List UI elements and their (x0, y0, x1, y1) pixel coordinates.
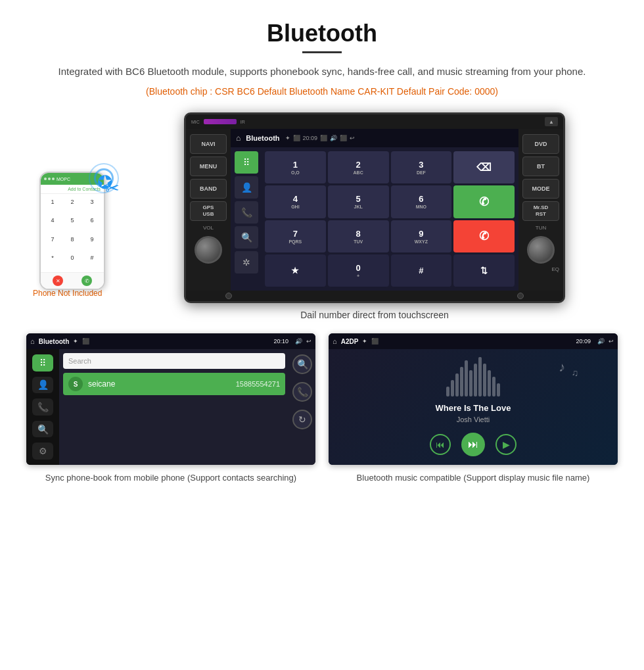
dial-icon-bluetooth[interactable]: ✲ (235, 251, 258, 274)
wave-bar-1 (446, 387, 449, 396)
phone-side: ✂ ✪ MOPC (26, 112, 131, 298)
dial-key-0[interactable]: 0+ (328, 254, 389, 287)
wave-bar-5 (465, 360, 468, 396)
screen-icon-5: ↩ (350, 135, 355, 141)
screen-home-icon[interactable]: ⌂ (236, 133, 241, 143)
phone-key-9[interactable]: 9 (83, 234, 101, 251)
dial-key-9[interactable]: 9WXYZ (391, 220, 452, 252)
tun-knob[interactable] (527, 236, 555, 264)
dial-key-4[interactable]: 4GHI (265, 185, 326, 218)
pb-sidebar-bt[interactable]: ⚙ (32, 443, 53, 460)
music-icon2: ⬛ (371, 338, 379, 345)
pb-search-bar[interactable]: Search (63, 353, 285, 369)
dial-key-2[interactable]: 2ABC (328, 151, 389, 183)
status-indicator (517, 293, 524, 299)
screen-time: 20:09 (303, 135, 318, 141)
pb-sidebar-search[interactable]: 🔍 (32, 421, 53, 438)
music-artist: Josh Vietti (457, 416, 490, 423)
dial-key-7[interactable]: 7PQRS (265, 220, 326, 252)
wave-bar-11 (492, 377, 495, 396)
cd-slot-bar (204, 119, 237, 124)
phone-call-btn[interactable]: ✆ (81, 275, 92, 286)
bt-button[interactable]: BT (522, 156, 559, 176)
pb-call-btn[interactable]: 📞 (292, 382, 312, 402)
dial-key-backspace[interactable]: ⌫ (453, 151, 515, 183)
page-container: Bluetooth Integrated with BC6 Bluetooth … (0, 0, 644, 505)
dial-key-1[interactable]: 1O,O (265, 151, 326, 183)
music-waveform (446, 357, 500, 396)
pb-bt-icon: ✦ (73, 338, 78, 345)
pb-body: ⠿ 👤 📞 🔍 ⚙ Search S seicane (26, 349, 315, 465)
music-home-icon[interactable]: ⌂ (333, 337, 337, 345)
phone-key-3[interactable]: 3 (83, 197, 101, 214)
eject-button[interactable]: ▲ (545, 117, 558, 126)
phone-end-call-btn[interactable]: ✕ (53, 275, 63, 286)
pb-search-btn[interactable]: 🔍 (292, 354, 312, 374)
dial-key-8[interactable]: 8TUV (328, 220, 389, 252)
screen-title: Bluetooth (246, 134, 279, 142)
phone-key-star[interactable]: * (43, 252, 62, 270)
dial-icon-recent[interactable]: 📞 (235, 201, 258, 224)
music-caption: Bluetooth music compatible (Support disp… (357, 471, 590, 485)
phone-key-5[interactable]: 5 (63, 215, 81, 232)
main-demo-section: ✂ ✪ MOPC (26, 112, 618, 320)
phone-key-0[interactable]: 0 (63, 252, 81, 270)
dial-key-call[interactable]: ✆ (453, 185, 515, 218)
dial-key-6[interactable]: 6MNO (391, 185, 452, 218)
phone-key-hash[interactable]: # (83, 252, 101, 270)
prev-track-btn[interactable]: ⏮ (430, 434, 451, 455)
screen-vol-icon: 🔊 (330, 135, 337, 141)
ir-label: IR (241, 120, 245, 124)
phone-key-4[interactable]: 4 (43, 215, 62, 232)
bottom-screenshots: ⌂ Bluetooth ✦ ⬛ 20:10 🔊 ↩ ⠿ 👤 📞 🔍 ⚙ (26, 333, 618, 485)
music-body: ♪ ♫ (329, 349, 618, 465)
band-button[interactable]: BAND (190, 179, 227, 199)
pb-sidebar-grid[interactable]: ⠿ (32, 354, 53, 371)
navi-button[interactable]: NAVI (190, 134, 227, 154)
dial-icon-search[interactable]: 🔍 (235, 226, 258, 249)
dial-key-5[interactable]: 5JKL (328, 185, 389, 218)
pb-sidebar-contacts[interactable]: 👤 (32, 377, 53, 394)
contact-phone: 15885554271 (236, 380, 280, 388)
wave-bar-12 (497, 383, 500, 396)
dial-key-star[interactable]: ★ (265, 254, 326, 287)
pb-sidebar-call[interactable]: 📞 (32, 398, 53, 416)
mrsd-rst-button[interactable]: Mr.SDRST (522, 201, 559, 221)
left-button-column: NAVI MENU BAND GPSUSB VOL (186, 129, 231, 291)
play-pause-btn[interactable]: ⏭ (461, 433, 485, 456)
vol-knob[interactable] (195, 236, 222, 264)
phone-key-7[interactable]: 7 (43, 234, 62, 251)
tun-label: TUN (536, 225, 546, 231)
music-back: ↩ (609, 338, 614, 345)
phone-key-2[interactable]: 2 (63, 197, 81, 214)
next-track-btn[interactable]: ▶ (495, 434, 517, 455)
music-screenshot-item: ⌂ A2DP ✦ ⬛ 20:09 🔊 ↩ ♪ ♫ (329, 333, 618, 485)
pb-home-icon[interactable]: ⌂ (30, 337, 35, 345)
title-underline (302, 51, 342, 53)
menu-button[interactable]: MENU (190, 156, 227, 176)
dial-icon-dialpad[interactable]: ⠿ (235, 151, 258, 174)
page-description: Integrated with BC6 Bluetooth module, su… (26, 64, 618, 80)
dial-key-3[interactable]: 3DEF (391, 151, 452, 183)
bt-status-icon: ✦ (285, 135, 290, 141)
dial-key-extra[interactable]: ⇅ (453, 254, 515, 287)
mic-label: MIC (191, 120, 200, 124)
phonebook-screenshot: ⌂ Bluetooth ✦ ⬛ 20:10 🔊 ↩ ⠿ 👤 📞 🔍 ⚙ (26, 333, 315, 465)
contact-name: seicane (88, 379, 115, 389)
screen-icon-2: ⬛ (293, 135, 300, 141)
dial-key-hangup[interactable]: ✆ (453, 220, 515, 252)
car-top-strip: MIC IR ▲ (186, 114, 563, 129)
mode-button[interactable]: MODE (522, 179, 559, 199)
pb-sidebar: ⠿ 👤 📞 🔍 ⚙ (26, 349, 59, 465)
dvd-button[interactable]: DVD (522, 134, 559, 154)
phone-key-6[interactable]: 6 (83, 215, 101, 232)
dial-key-hash[interactable]: # (391, 254, 452, 287)
pb-contact-row[interactable]: S seicane 15885554271 (63, 373, 285, 395)
pb-refresh-btn[interactable]: ↻ (292, 410, 312, 429)
dial-icon-contacts[interactable]: 👤 (235, 176, 258, 199)
phone-key-8[interactable]: 8 (63, 234, 81, 251)
gps-usb-button[interactable]: GPSUSB (190, 201, 227, 221)
music-note-1: ♪ (559, 360, 565, 375)
music-note-2: ♫ (572, 368, 579, 378)
phone-key-1[interactable]: 1 (43, 197, 62, 214)
